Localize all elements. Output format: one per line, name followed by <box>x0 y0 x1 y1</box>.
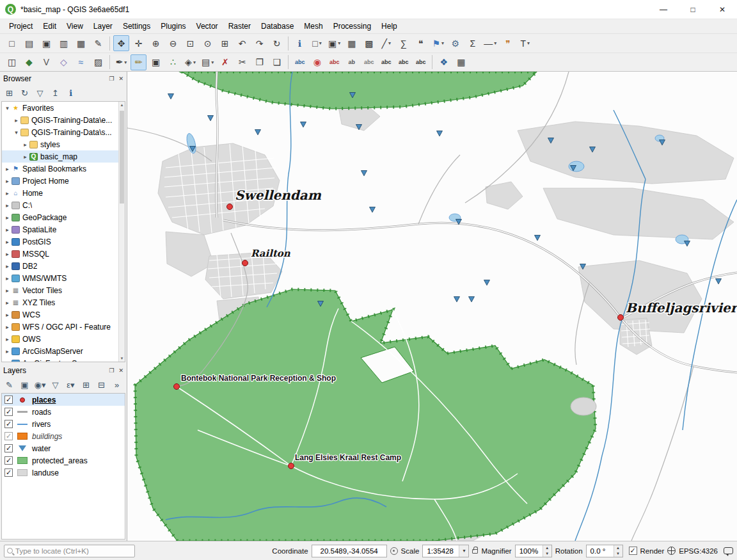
menu-raster[interactable]: Raster <box>223 20 256 33</box>
open-layer-styling-icon[interactable]: ✎ <box>2 378 17 392</box>
toggle-editing-icon[interactable]: ✏ <box>131 54 147 70</box>
deselect-features-icon[interactable]: ▣▾ <box>326 35 342 51</box>
chevron-right-icon[interactable]: ▸ <box>22 141 29 148</box>
chevron-down-icon[interactable]: ▾ <box>4 105 11 111</box>
chevron-down-icon[interactable]: ▾ <box>211 60 214 65</box>
menu-edit[interactable]: Edit <box>38 20 61 33</box>
add-group-icon[interactable]: ▣ <box>17 378 32 392</box>
spin-up-icon[interactable]: ▲ <box>614 545 622 551</box>
refresh-browser-icon[interactable]: ↻ <box>17 86 32 100</box>
select-features-icon[interactable]: □▾ <box>309 35 325 51</box>
scroll-down-icon[interactable]: ▼ <box>119 356 125 360</box>
manage-map-themes-icon[interactable]: ◉▾ <box>33 378 47 392</box>
collapse-all-layers-icon[interactable]: ⊟ <box>94 378 109 392</box>
browser-item-styles[interactable]: ▸styles <box>2 138 125 150</box>
chevron-right-icon[interactable]: ▸ <box>4 251 11 257</box>
browser-item-arcgismapserver[interactable]: ▸ArcGisMapServer <box>2 345 125 357</box>
browser-item-postgis[interactable]: ▸PostGIS <box>2 236 125 248</box>
chevron-down-icon[interactable]: ▾ <box>527 40 530 46</box>
paste-features-icon[interactable]: ❏ <box>269 54 285 70</box>
grid-panel-icon[interactable]: ▦ <box>453 54 469 70</box>
collapse-all-icon[interactable]: ↥ <box>48 86 63 100</box>
pin-unpin-labels-icon[interactable]: ab <box>344 54 360 70</box>
chevron-right-icon[interactable]: ▸ <box>4 348 11 355</box>
browser-item-project-home[interactable]: ▸Project Home <box>2 175 125 187</box>
lock-scale-icon[interactable] <box>472 547 478 555</box>
maximize-button[interactable]: □ <box>678 0 708 19</box>
layer-row-places[interactable]: ✓places <box>2 394 125 406</box>
menu-plugins[interactable]: Plugins <box>155 20 191 33</box>
browser-item-xyz-tiles[interactable]: ▸▦XYZ Tiles <box>2 296 125 308</box>
add-point-feature-icon[interactable]: ∴ <box>165 54 181 70</box>
chevron-down-icon[interactable]: ▾ <box>459 545 468 557</box>
processing-toolbox-icon[interactable]: ⚙ <box>447 35 463 51</box>
scroll-up-icon[interactable]: ▲ <box>119 103 125 107</box>
cut-features-icon[interactable]: ✂ <box>234 54 250 70</box>
open-data-source-manager-icon[interactable]: ◫ <box>4 54 20 70</box>
statistical-summary-icon[interactable]: ∑ <box>395 35 411 51</box>
zoom-next-icon[interactable]: ↷ <box>251 35 267 51</box>
pan-to-selection-icon[interactable]: ✛ <box>131 35 147 51</box>
chevron-right-icon[interactable]: ▸ <box>4 324 11 330</box>
chevron-right-icon[interactable]: ▸ <box>4 360 11 363</box>
measure-angle-icon[interactable]: —▾ <box>482 35 498 51</box>
field-calculator-icon[interactable]: ▩ <box>361 35 377 51</box>
new-project-icon[interactable]: □ <box>4 35 20 51</box>
zoom-to-selection-icon[interactable]: ⊙ <box>200 35 216 51</box>
browser-item-arcgisfeatureserver[interactable]: ▸ArcGisFeatureServer <box>2 357 125 362</box>
browser-item-vector-tiles[interactable]: ▸▦Vector Tiles <box>2 284 125 296</box>
copy-features-icon[interactable]: ❐ <box>251 54 267 70</box>
panel-overflow-icon[interactable]: » <box>109 378 124 392</box>
identify-features-icon[interactable]: ℹ <box>292 35 308 51</box>
close-panel-icon[interactable]: ✕ <box>118 76 123 82</box>
new-spatialite-layer-icon[interactable]: ◇ <box>56 54 72 70</box>
browser-item-wfs-ogc-api-feature[interactable]: ▸WFS / OGC API - Feature <box>2 321 125 333</box>
layer-visibility-checkbox[interactable]: ✓ <box>4 432 13 440</box>
scale-combo[interactable]: 1:35428 ▾ <box>422 545 469 557</box>
layer-visibility-checkbox[interactable]: ✓ <box>4 420 13 428</box>
spin-up-icon[interactable]: ▲ <box>543 545 551 551</box>
magnifier-spinner[interactable]: 100% ▲▼ <box>515 545 552 557</box>
chevron-right-icon[interactable]: ▸ <box>4 227 11 233</box>
refresh-map-icon[interactable]: ↻ <box>269 35 285 51</box>
chevron-down-icon[interactable]: ▾ <box>13 129 20 136</box>
browser-item-basic-map[interactable]: ▸Qbasic_map <box>2 150 125 163</box>
menu-settings[interactable]: Settings <box>118 20 155 33</box>
new-spatial-bookmark-icon[interactable]: ⚑▾ <box>430 35 446 51</box>
properties-widget-icon[interactable]: ℹ <box>63 86 78 100</box>
chevron-right-icon[interactable]: ▸ <box>4 263 11 269</box>
zoom-last-icon[interactable]: ↶ <box>234 35 250 51</box>
add-selected-layers-icon[interactable]: ⊞ <box>2 86 17 100</box>
move-label-icon[interactable]: abc <box>378 54 394 70</box>
browser-scrollbar[interactable]: ▲ ▼ <box>118 102 125 362</box>
float-panel-icon[interactable]: ❐ <box>109 367 114 374</box>
change-label-properties-icon[interactable]: abc <box>413 54 429 70</box>
chevron-down-icon[interactable]: ▾ <box>388 40 391 46</box>
map-annotation-icon[interactable]: ❞ <box>500 35 516 51</box>
menu-project[interactable]: Project <box>4 20 38 33</box>
float-panel-icon[interactable]: ❐ <box>109 76 114 82</box>
chevron-right-icon[interactable]: ▸ <box>4 287 11 294</box>
chevron-down-icon[interactable]: ▾ <box>193 60 196 65</box>
pan-map-icon[interactable]: ✥ <box>113 35 129 51</box>
zoom-to-layer-icon[interactable]: ⊞ <box>217 35 233 51</box>
spin-down-icon[interactable]: ▼ <box>614 551 622 557</box>
style-manager-icon[interactable]: ✎ <box>90 35 106 51</box>
coordinate-value-box[interactable]: 20.5489,-34.0554 <box>312 545 387 557</box>
new-print-layout-icon[interactable]: ▥ <box>56 35 72 51</box>
crs-status[interactable]: EPSG:4326 <box>679 547 718 555</box>
statistics-panel-icon[interactable]: Σ <box>464 35 480 51</box>
chevron-down-icon[interactable]: ▾ <box>494 40 496 46</box>
map-canvas[interactable]: SwellendamRailtonBuffeljagsrivierBontebo… <box>127 72 737 541</box>
spin-down-icon[interactable]: ▼ <box>543 551 551 557</box>
chevron-down-icon[interactable]: ▾ <box>124 60 127 65</box>
expand-all-icon[interactable]: ⊞ <box>79 378 93 392</box>
menu-vector[interactable]: Vector <box>191 20 223 33</box>
menu-view[interactable]: View <box>61 20 88 33</box>
new-virtual-layer-icon[interactable]: ≈ <box>73 54 89 70</box>
filter-by-expression-icon[interactable]: ε▾ <box>63 378 78 392</box>
browser-item-qgis-training-data-s[interactable]: ▾QGIS-Training-Data\s... <box>2 126 125 138</box>
layer-visibility-checkbox[interactable]: ✓ <box>4 396 13 404</box>
chevron-right-icon[interactable]: ▸ <box>4 312 11 318</box>
layer-row-landuse[interactable]: ✓landuse <box>2 467 125 479</box>
